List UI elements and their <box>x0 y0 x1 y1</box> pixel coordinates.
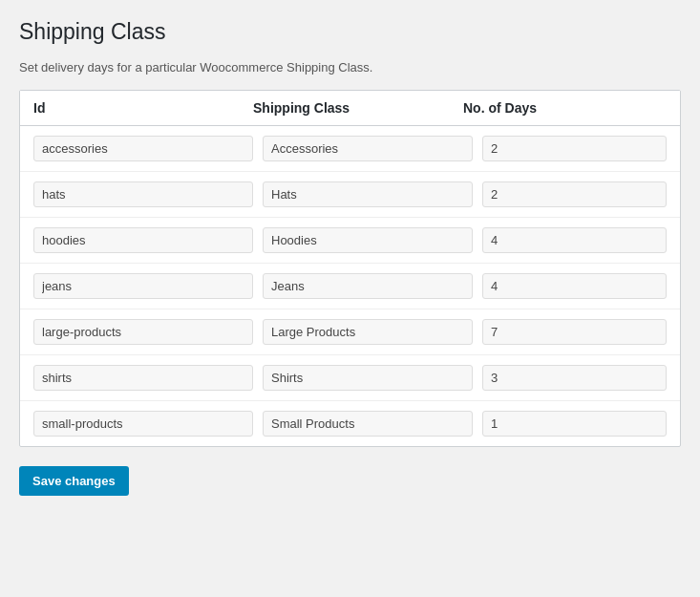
table-row <box>20 126 680 172</box>
header-shipping-class: Shipping Class <box>253 100 463 116</box>
days-input-small-products[interactable] <box>482 411 667 437</box>
id-input-jeans[interactable] <box>33 273 253 299</box>
id-input-small-products[interactable] <box>33 411 253 437</box>
table-row <box>20 355 680 401</box>
class-input-jeans[interactable] <box>263 273 473 299</box>
id-input-shirts[interactable] <box>33 365 253 391</box>
page-description: Set delivery days for a particular Wooco… <box>19 60 681 75</box>
days-input-hats[interactable] <box>482 181 667 207</box>
table-row <box>20 218 680 264</box>
table-body <box>20 126 680 446</box>
id-input-accessories[interactable] <box>33 136 253 161</box>
class-input-hats[interactable] <box>263 181 473 207</box>
save-changes-button[interactable]: Save changes <box>19 466 129 496</box>
class-input-hoodies[interactable] <box>263 227 473 253</box>
table-row <box>20 401 680 446</box>
days-input-large-products[interactable] <box>482 319 667 345</box>
class-input-large-products[interactable] <box>263 319 473 345</box>
id-input-large-products[interactable] <box>33 319 253 345</box>
days-input-accessories[interactable] <box>482 136 667 161</box>
page-title: Shipping Class <box>19 19 681 45</box>
table-row <box>20 172 680 218</box>
class-input-shirts[interactable] <box>263 365 473 391</box>
header-no-of-days: No. of Days <box>463 100 667 116</box>
days-input-hoodies[interactable] <box>482 227 667 253</box>
class-input-small-products[interactable] <box>263 411 473 437</box>
table-row <box>20 264 680 309</box>
class-input-accessories[interactable] <box>263 136 473 161</box>
table-header: Id Shipping Class No. of Days <box>20 91 680 126</box>
days-input-shirts[interactable] <box>482 365 667 391</box>
id-input-hats[interactable] <box>33 181 253 207</box>
table-row <box>20 309 680 355</box>
id-input-hoodies[interactable] <box>33 227 253 253</box>
header-id: Id <box>33 100 253 116</box>
days-input-jeans[interactable] <box>482 273 667 299</box>
shipping-class-table: Id Shipping Class No. of Days <box>19 90 681 447</box>
